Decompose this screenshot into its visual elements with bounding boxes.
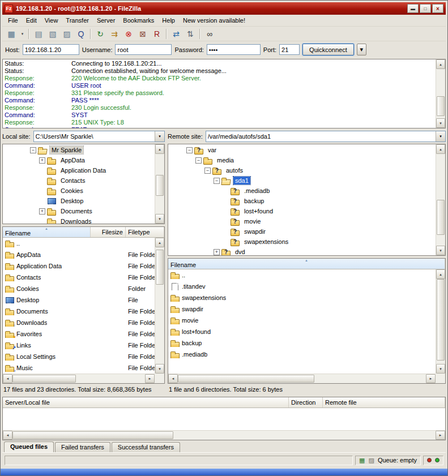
refresh-button[interactable]: ↻ — [93, 28, 107, 40]
scrollbar-track[interactable] — [155, 247, 164, 364]
scrollbar-track[interactable] — [436, 69, 445, 118]
local-column-header-filesize[interactable]: Filesize — [91, 227, 126, 237]
toggle-message-log-button[interactable]: ▤ — [32, 28, 45, 40]
remote-file-row-swapdir[interactable]: swapdir — [168, 303, 445, 315]
local-path-input[interactable] — [34, 131, 155, 141]
local-file-row-links[interactable]: ↗LinksFile Folder — [3, 340, 164, 351]
scroll-right-button[interactable]: ► — [426, 374, 436, 383]
find-files-button[interactable]: ∞ — [203, 28, 216, 40]
local-tree-item-cookies[interactable]: Cookies — [3, 186, 164, 196]
scrollbar-thumb[interactable] — [12, 375, 76, 383]
scroll-up-button[interactable]: ▲ — [155, 144, 164, 154]
scroll-down-button[interactable]: ▼ — [436, 118, 445, 128]
scrollbar-track[interactable] — [178, 374, 426, 383]
tab-failed-transfers[interactable]: Failed transfers — [55, 442, 110, 452]
remote-tree-item-autofs[interactable]: −?autofs — [168, 165, 445, 175]
site-manager-dropdown-button[interactable]: ▾ — [19, 28, 26, 40]
menu-item-bookmarks[interactable]: Bookmarks — [119, 15, 158, 25]
local-file-row-application-data[interactable]: Application DataFile Folder — [3, 260, 164, 272]
scroll-up-button[interactable]: ▲ — [436, 269, 445, 279]
scroll-right-button[interactable]: ► — [145, 374, 155, 383]
scrollbar-track[interactable] — [12, 374, 145, 383]
local-tree-item-downloads[interactable]: Downloads — [3, 216, 164, 224]
scrollbar-track[interactable] — [436, 154, 445, 246]
password-input[interactable] — [207, 44, 261, 55]
local-file-row-contacts[interactable]: ContactsFile Folder — [3, 272, 164, 283]
local-file-row-appdata[interactable]: AppDataFile Folder — [3, 249, 164, 260]
menu-item-file[interactable]: File — [4, 15, 22, 25]
menu-item-help[interactable]: Help — [158, 15, 179, 25]
local-tree-item-mr-sparkle[interactable]: −Mr Sparkle — [3, 145, 164, 155]
scroll-down-button[interactable]: ▼ — [436, 364, 445, 374]
local-file-row-downloads[interactable]: ↓DownloadsFile Folder — [3, 317, 164, 328]
horizontal-scrollbar[interactable]: ◄► — [3, 374, 155, 383]
host-input[interactable] — [23, 44, 79, 55]
remote-file-row-movie[interactable]: movie — [168, 315, 445, 326]
local-tree-item-desktop[interactable]: Desktop — [3, 196, 164, 206]
remote-file-row-backup[interactable]: backup — [168, 337, 445, 349]
remote-file-row-titandev[interactable]: .titandev — [168, 281, 445, 292]
remote-tree-item-sda1[interactable]: −sda1 — [168, 175, 445, 186]
scrollbar-track[interactable] — [12, 431, 436, 440]
local-column-header-filetype[interactable]: Filetype — [126, 227, 164, 237]
tree-expand-icon[interactable]: + — [214, 249, 220, 255]
scroll-left-button[interactable]: ◄ — [3, 431, 12, 440]
tree-collapse-icon[interactable]: − — [195, 157, 202, 164]
close-button[interactable]: × — [432, 4, 443, 13]
remote-path-input[interactable] — [206, 131, 436, 141]
scrollbar-track[interactable] — [155, 154, 164, 214]
queue-column-header-server-local-file[interactable]: Server/Local file — [3, 397, 289, 408]
scroll-down-button[interactable]: ▼ — [155, 214, 164, 224]
toggle-transfer-queue-button[interactable]: Q — [74, 28, 88, 40]
remote-tree-item-movie[interactable]: ?movie — [168, 216, 445, 226]
remote-file-row-mediadb[interactable]: .mediadb — [168, 349, 445, 360]
encryption-status-icon[interactable]: ▨ — [369, 457, 374, 464]
remote-tree-item-mediadb[interactable]: ?.mediadb — [168, 186, 445, 196]
tab-queued-files[interactable]: Queued files — [4, 441, 54, 452]
toggle-remote-tree-button[interactable]: ▨ — [60, 28, 74, 40]
horizontal-scrollbar[interactable]: ◄► — [168, 374, 436, 383]
tree-expand-icon[interactable]: + — [39, 157, 45, 164]
vertical-scrollbar[interactable]: ▲▼ — [155, 238, 164, 374]
quickconnect-dropdown-button[interactable]: ▾ — [357, 44, 366, 55]
username-input[interactable] — [115, 44, 172, 55]
scroll-left-button[interactable]: ◄ — [3, 374, 12, 383]
speed-limit-icon[interactable]: ▦ — [359, 457, 365, 464]
local-file-row-music[interactable]: ♪MusicFile Folder — [3, 362, 164, 374]
queue-column-header-direction[interactable]: Direction — [289, 397, 323, 408]
remote-column-header-filename[interactable]: Filename▲ — [168, 259, 445, 269]
scroll-left-button[interactable]: ◄ — [168, 374, 178, 383]
scroll-up-button[interactable]: ▲ — [436, 144, 445, 154]
menu-item-transfer[interactable]: Transfer — [62, 15, 93, 25]
scrollbar-thumb[interactable] — [437, 200, 445, 235]
horizontal-scrollbar[interactable]: ◄► — [3, 430, 445, 440]
reconnect-button[interactable]: R — [150, 28, 164, 40]
scrollbar-thumb[interactable] — [156, 250, 164, 285]
scroll-right-button[interactable]: ► — [436, 431, 445, 440]
vertical-scrollbar[interactable]: ▲▼ — [436, 269, 445, 374]
tree-collapse-icon[interactable]: − — [214, 178, 220, 184]
quickconnect-button[interactable]: Quickconnect — [302, 44, 354, 55]
local-tree-item-documents[interactable]: +Documents — [3, 206, 164, 216]
scroll-down-button[interactable]: ▼ — [436, 246, 445, 255]
remote-tree-item-dvd[interactable]: +?dvd — [168, 247, 445, 256]
minimize-button[interactable]: ▬ — [407, 4, 419, 13]
remote-tree-item-swapextensions[interactable]: ?swapextensions — [168, 237, 445, 247]
tree-collapse-icon[interactable]: − — [204, 168, 211, 174]
menu-item-view[interactable]: View — [41, 15, 62, 25]
vertical-scrollbar[interactable]: ▲▼ — [436, 59, 445, 128]
menu-item-new-version-available[interactable]: New version available! — [179, 15, 249, 25]
vertical-scrollbar[interactable]: ▲▼ — [155, 144, 164, 224]
tree-collapse-icon[interactable]: − — [30, 147, 36, 153]
remote-file-row-lost-found[interactable]: lost+found — [168, 326, 445, 337]
local-tree-item-appdata[interactable]: +AppData — [3, 155, 164, 165]
local-file-row-local-settings[interactable]: Local SettingsFile Folder — [3, 351, 164, 362]
scrollbar-thumb[interactable] — [437, 279, 445, 361]
local-tree-item-application-data[interactable]: Application Data — [3, 165, 164, 175]
remote-tree-item-lost-found[interactable]: ?lost+found — [168, 206, 445, 216]
remote-file-row-item[interactable]: .. — [168, 269, 445, 281]
toggle-local-tree-button[interactable]: ▧ — [46, 28, 59, 40]
remote-path-dropdown-button[interactable]: ▾ — [436, 131, 445, 141]
vertical-scrollbar[interactable]: ▲▼ — [436, 144, 445, 255]
local-path-dropdown-button[interactable]: ▾ — [155, 131, 164, 141]
